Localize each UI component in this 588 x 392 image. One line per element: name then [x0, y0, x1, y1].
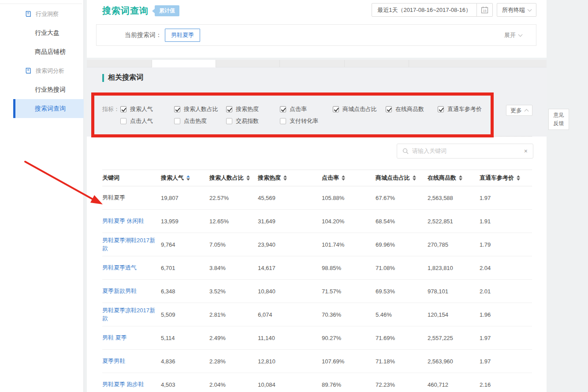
- keyword-cell[interactable]: 夏季新款男鞋: [102, 288, 137, 294]
- table-cell: 男鞋夏季 休闲鞋: [102, 217, 161, 225]
- feedback-button[interactable]: 意见 反馈: [548, 109, 569, 130]
- table-cell: 5,509: [161, 311, 209, 318]
- sort-icon[interactable]: [413, 175, 416, 181]
- metric-checkbox-搜索人气[interactable]: 搜索人气: [120, 105, 174, 113]
- table-cell: 2.81%: [209, 311, 258, 318]
- table-cell: 1.97: [480, 195, 532, 201]
- metric-checkbox-交易指数[interactable]: 交易指数: [226, 117, 280, 125]
- table-cell: 11,140: [258, 335, 322, 341]
- table-row: 男鞋夏季凉鞋2017新款5,5092.81%6,07470.36%5.46%12…: [102, 303, 532, 326]
- column-header-搜索人气[interactable]: 搜索人气: [161, 174, 209, 182]
- checkbox-checked-icon[interactable]: [226, 106, 232, 112]
- sort-icon[interactable]: [283, 175, 287, 181]
- table-cell: 12.65%: [209, 218, 258, 225]
- column-header-点击率[interactable]: 点击率: [322, 174, 376, 182]
- sort-icon[interactable]: [246, 175, 250, 181]
- checkbox-checked-icon[interactable]: [438, 106, 444, 112]
- tab[interactable]: [280, 60, 345, 67]
- sidebar-item-label: 搜索词查询: [35, 105, 66, 113]
- current-term-label: 当前搜索词：: [125, 31, 162, 39]
- calendar-icon-button[interactable]: 15: [476, 4, 492, 16]
- metric-checkbox-直通车参考价[interactable]: 直通车参考价: [438, 105, 495, 113]
- sort-icon[interactable]: [459, 175, 462, 181]
- tab[interactable]: [87, 60, 152, 67]
- tab[interactable]: [345, 60, 409, 67]
- keyword-cell[interactable]: 男鞋夏季透气: [102, 264, 137, 271]
- table-cell: 1.91: [480, 218, 532, 225]
- metric-checkbox-商城点击占比[interactable]: 商城点击占比: [333, 105, 386, 113]
- table-header-row: 关键词搜索人气搜索人数占比搜索热度点击率商城点击占比在线商品数直通车参考价: [102, 170, 532, 186]
- metric-checkbox-搜索人数占比[interactable]: 搜索人数占比: [174, 105, 226, 113]
- date-range-picker[interactable]: 最近1天（2017-08-16~2017-08-16） 15: [372, 3, 493, 17]
- checkbox-checked-icon[interactable]: [174, 106, 180, 112]
- table-cell: 男鞋夏季 跑步鞋: [102, 381, 161, 388]
- metric-label: 交易指数: [236, 117, 259, 125]
- checkbox-checked-icon[interactable]: [386, 106, 392, 112]
- table-cell: 男鞋夏季潮鞋2017新款: [102, 237, 161, 252]
- sidebar-item-行业洞察[interactable]: 行业洞察: [0, 4, 83, 23]
- metric-checkbox-点击率[interactable]: 点击率: [280, 105, 333, 113]
- sidebar-item-行业大盘[interactable]: 行业大盘: [0, 23, 83, 42]
- table-row: 男鞋夏季潮鞋2017新款9,7647.05%23,940101.74%69.96…: [102, 233, 532, 256]
- checkbox-unchecked-icon[interactable]: [280, 118, 286, 124]
- metric-checkbox-在线商品数[interactable]: 在线商品数: [386, 105, 438, 113]
- table-row: 男鞋夏季 跑步鞋4,5032.04%10,08489.76%72.23%460,…: [102, 373, 532, 392]
- table-cell: 10,840: [258, 288, 322, 295]
- column-header-商城点击占比[interactable]: 商城点击占比: [376, 174, 428, 182]
- sidebar-item-搜索词查询[interactable]: 搜索词查询: [13, 99, 84, 118]
- table-cell: 69.96%: [376, 241, 428, 248]
- keyword-cell[interactable]: 夏季男鞋: [102, 358, 125, 364]
- column-header-在线商品数[interactable]: 在线商品数: [428, 174, 480, 182]
- table-cell: 2.49%: [209, 335, 258, 341]
- checkbox-checked-icon[interactable]: [333, 106, 339, 112]
- tab[interactable]: [216, 60, 280, 67]
- checkbox-checked-icon[interactable]: [120, 106, 127, 112]
- metric-checkbox-支付转化率[interactable]: 支付转化率: [280, 117, 333, 125]
- clear-icon[interactable]: ×: [524, 148, 528, 155]
- expand-label: 展开: [504, 31, 516, 39]
- checkbox-unchecked-icon[interactable]: [120, 118, 127, 124]
- expand-toggle[interactable]: 展开: [504, 31, 522, 39]
- sidebar-item-商品店铺榜[interactable]: 商品店铺榜: [0, 42, 83, 61]
- more-metrics-button[interactable]: 更多: [506, 105, 532, 116]
- cumulative-badge: 累计值: [155, 5, 179, 16]
- sort-icon[interactable]: [186, 175, 190, 181]
- table-cell: 460,712: [428, 381, 480, 388]
- keyword-cell[interactable]: 男鞋 夏季: [102, 334, 127, 341]
- table-cell: 2.04: [480, 265, 532, 271]
- column-header-搜索人数占比[interactable]: 搜索人数占比: [209, 174, 258, 182]
- checkbox-unchecked-icon[interactable]: [226, 118, 232, 124]
- sidebar-item-搜索词分析[interactable]: 搜索词分析: [0, 61, 83, 80]
- column-header-搜索热度[interactable]: 搜索热度: [258, 174, 322, 182]
- current-term-chip[interactable]: 男鞋夏季: [165, 29, 200, 42]
- table-cell: 71.08%: [376, 265, 428, 271]
- metric-checkbox-搜索热度[interactable]: 搜索热度: [226, 105, 280, 113]
- sidebar: 行业洞察行业大盘商品店铺榜搜索词分析行业热搜词搜索词查询: [0, 0, 84, 392]
- more-label: 更多: [510, 107, 522, 115]
- tab-active[interactable]: [152, 60, 216, 67]
- keyword-cell[interactable]: 男鞋夏季 休闲鞋: [102, 218, 144, 224]
- keyword-search-input[interactable]: 请输入关键词 ×: [397, 144, 533, 159]
- table-cell: 270,785: [428, 241, 480, 248]
- terminal-filter-select[interactable]: 所有终端: [497, 3, 536, 17]
- table-cell: 105.88%: [322, 195, 376, 201]
- keyword-cell[interactable]: 男鞋夏季 跑步鞋: [102, 381, 144, 388]
- sidebar-item-行业热搜词[interactable]: 行业热搜词: [0, 80, 83, 99]
- keyword-cell[interactable]: 男鞋夏季潮鞋2017新款: [102, 237, 155, 251]
- metric-checkbox-点击热度[interactable]: 点击热度: [174, 117, 226, 125]
- table-cell: 6,074: [258, 311, 322, 318]
- metrics-row-1: 指标： 搜索人气搜索人数占比搜索热度点击率商城点击占比在线商品数直通车参考价: [102, 103, 495, 115]
- search-placeholder: 请输入关键词: [412, 147, 524, 155]
- tab[interactable]: [409, 60, 547, 67]
- checkbox-checked-icon[interactable]: [280, 106, 286, 112]
- checkbox-unchecked-icon[interactable]: [174, 118, 180, 124]
- metric-checkbox-点击人气[interactable]: 点击人气: [120, 117, 174, 125]
- report-icon: [25, 11, 32, 17]
- sort-icon[interactable]: [517, 175, 520, 181]
- feedback-label-line2: 反馈: [554, 119, 564, 128]
- table-cell: 72.23%: [376, 381, 428, 388]
- column-header-直通车参考价[interactable]: 直通车参考价: [480, 174, 532, 182]
- table-cell: 104.20%: [322, 218, 376, 225]
- sort-icon[interactable]: [342, 175, 345, 181]
- keyword-cell[interactable]: 男鞋夏季凉鞋2017新款: [102, 307, 155, 322]
